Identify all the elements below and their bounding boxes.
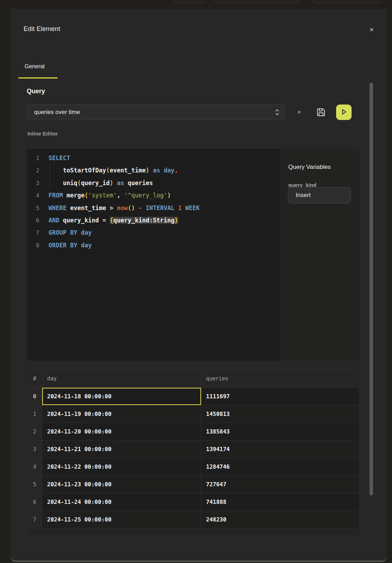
code-line: 6AND query_kind = {query_kind:String} [27, 214, 279, 227]
cell-day[interactable]: 2024-11-21 00:00:00 [42, 441, 201, 458]
table-row: 42024-11-22 00:00:001284746 [27, 458, 359, 476]
row-index: 4 [27, 458, 42, 475]
table-row: 22024-11-20 00:00:001385843 [27, 423, 359, 441]
active-tab-indicator [18, 77, 58, 78]
row-index: 2 [27, 423, 42, 440]
close-button[interactable]: × [367, 25, 376, 34]
row-index: 3 [27, 441, 42, 458]
row-index: 6 [27, 493, 42, 511]
code-line: 4FROM merge('system', '^query_log') [27, 189, 279, 202]
row-index: 0 [27, 388, 42, 405]
updown-chevron-icon [275, 108, 279, 116]
header-divider [11, 51, 387, 52]
code-line: 7GROUP BY day [27, 227, 279, 239]
save-button[interactable] [316, 107, 326, 117]
dialog-title: Edit Element [24, 25, 60, 33]
cell-queries[interactable]: 1284746 [201, 458, 359, 475]
line-number: 2 [27, 164, 49, 177]
cell-day[interactable]: 2024-11-24 00:00:00 [42, 493, 201, 511]
sql-editor[interactable]: 1SELECT2 toStartOfDay(event_time) as day… [27, 149, 359, 361]
clear-icon: × [297, 109, 301, 115]
table-row: 02024-11-18 00:00:001111697 [27, 388, 359, 405]
row-index: 1 [27, 405, 42, 423]
code-line: 2 toStartOfDay(event_time) as day, [27, 164, 279, 177]
table-row: 12024-11-19 00:00:001450813 [27, 405, 359, 423]
table-row: 72024-11-25 00:00:00248230 [27, 511, 359, 529]
save-icon [316, 107, 326, 118]
query-section-heading: Query [27, 88, 45, 95]
code-line: 5WHERE event_time > now() - INTERVAL 1 W… [27, 202, 279, 214]
query-variables-heading: Query Variables [288, 164, 331, 171]
line-number: 8 [27, 239, 49, 252]
line-number: 3 [27, 177, 49, 189]
vertical-scrollbar[interactable] [369, 83, 373, 495]
background-button[interactable] [313, 0, 381, 3]
code-line: 8ORDER BY day [27, 239, 279, 252]
selected-cell[interactable]: 2024-11-18 00:00:00 [42, 388, 201, 405]
results-table: # day queries 02024-11-18 00:00:00111169… [27, 369, 359, 536]
cell-day[interactable]: 2024-11-22 00:00:00 [42, 458, 201, 475]
query-select-value: queries over time [34, 109, 80, 116]
background-button[interactable] [215, 0, 299, 3]
clear-query-button[interactable]: × [295, 108, 304, 117]
query-select[interactable]: queries over time [27, 105, 285, 120]
insert-variable-button[interactable]: Insert [288, 187, 351, 203]
column-header-index: # [27, 369, 42, 387]
line-number: 6 [27, 214, 49, 227]
row-index: 5 [27, 476, 42, 493]
table-header-row: # day queries [27, 369, 359, 388]
column-header-day: day [42, 369, 201, 387]
cell-queries[interactable]: 741888 [201, 493, 359, 511]
cell-queries[interactable]: 1111697 [201, 388, 359, 405]
run-query-button[interactable] [336, 105, 352, 120]
cell-day[interactable]: 2024-11-20 00:00:00 [42, 423, 201, 440]
cell-queries[interactable]: 727647 [201, 476, 359, 493]
table-row: 52024-11-23 00:00:00727647 [27, 476, 359, 493]
cell-queries[interactable]: 1394174 [201, 441, 359, 458]
indent-guide [50, 177, 50, 189]
code-line: 1SELECT [27, 152, 279, 164]
code-pane[interactable]: 1SELECT2 toStartOfDay(event_time) as day… [27, 149, 279, 361]
inline-editor-label: Inline Editor [27, 131, 58, 137]
row-index: 7 [27, 511, 42, 528]
screen: Edit Element × General Query queries ove… [0, 0, 392, 563]
cell-queries[interactable]: 1385843 [201, 423, 359, 440]
cell-day[interactable]: 2024-11-19 00:00:00 [42, 405, 201, 423]
code-line: 3 uniq(query_id) as queries [27, 177, 279, 189]
table-row: 32024-11-21 00:00:001394174 [27, 441, 359, 458]
edit-element-dialog: Edit Element × General Query queries ove… [11, 9, 387, 562]
background-button[interactable] [174, 0, 206, 3]
play-icon [340, 108, 348, 117]
cell-day[interactable]: 2024-11-25 00:00:00 [42, 511, 201, 528]
line-number: 4 [27, 189, 49, 202]
cell-day[interactable]: 2024-11-23 00:00:00 [42, 476, 201, 493]
cell-queries[interactable]: 1450813 [201, 405, 359, 423]
indent-guide [50, 164, 50, 177]
column-header-queries: queries [201, 369, 359, 387]
close-icon: × [369, 25, 374, 33]
line-number: 7 [27, 227, 49, 239]
line-number: 1 [27, 152, 49, 164]
table-row: 62024-11-24 00:00:00741888 [27, 493, 359, 511]
line-number: 5 [27, 202, 49, 214]
query-variables-panel: Query Variables query_kind Insert [279, 149, 359, 361]
cell-queries[interactable]: 248230 [201, 511, 359, 528]
tab-general[interactable]: General [25, 63, 45, 70]
